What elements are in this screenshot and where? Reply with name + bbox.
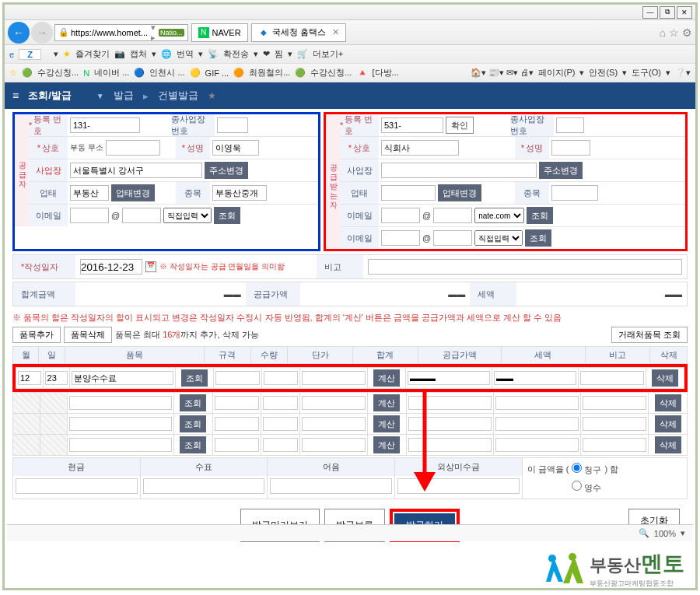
- qty-input[interactable]: [264, 371, 298, 385]
- bookmarks-icon[interactable]: ☆: [9, 68, 17, 78]
- lookup-button[interactable]: 조회: [181, 369, 208, 387]
- buyer-company-input[interactable]: [381, 140, 459, 156]
- supplier-biztype-input[interactable]: [70, 185, 109, 201]
- breadcrumb[interactable]: 건별발급: [158, 89, 198, 103]
- bm-item[interactable]: 네이버 ...: [94, 67, 129, 79]
- menu-safety[interactable]: 안전(S): [589, 67, 618, 79]
- forward-button[interactable]: →: [31, 22, 53, 44]
- tb-item[interactable]: 더보기+: [313, 48, 343, 60]
- buyer-name-input[interactable]: [551, 140, 590, 156]
- buyer-biztype-input[interactable]: [381, 185, 436, 201]
- tb-item[interactable]: 캡처: [130, 48, 147, 60]
- spec-input[interactable]: [215, 371, 260, 385]
- row-delete-button[interactable]: 삭제: [655, 415, 681, 432]
- supplier-regno-input[interactable]: [70, 117, 140, 133]
- minimize-button[interactable]: —: [642, 6, 658, 19]
- bm-item[interactable]: 수강신청...: [310, 67, 352, 79]
- breadcrumb[interactable]: 발급: [114, 89, 134, 103]
- email-local-input[interactable]: [381, 230, 420, 246]
- email-lookup-button[interactable]: 조회: [214, 207, 240, 224]
- item-name-input[interactable]: [69, 396, 172, 410]
- lookup-button[interactable]: 조회: [180, 394, 206, 411]
- row-delete-button[interactable]: 삭제: [652, 369, 678, 387]
- supplier-name-input[interactable]: [212, 140, 259, 156]
- buyer-item-input[interactable]: [551, 185, 598, 201]
- supplier-company-input[interactable]: [106, 140, 160, 156]
- buyer-subno-input[interactable]: [556, 117, 584, 133]
- address-change-button[interactable]: 주소변경: [539, 162, 583, 179]
- supplier-subno-input[interactable]: [217, 117, 248, 133]
- tb-item[interactable]: 즐겨찾기: [75, 48, 110, 60]
- row-delete-button[interactable]: 삭제: [655, 436, 681, 453]
- credit-input[interactable]: [397, 478, 520, 494]
- buyer-address-input[interactable]: [381, 163, 537, 178]
- biztype-change-button[interactable]: 업태변경: [438, 184, 481, 201]
- help-icon[interactable]: ❔▾: [675, 68, 691, 78]
- close-button[interactable]: ✕: [677, 6, 692, 19]
- confirm-button[interactable]: 확인: [446, 117, 474, 134]
- lookup-button[interactable]: 조회: [180, 415, 206, 432]
- chevron-down-icon[interactable]: ▼: [96, 92, 104, 100]
- tb-item[interactable]: 찜: [275, 48, 283, 60]
- email-lookup-button[interactable]: 조회: [527, 207, 553, 224]
- email-domain-input[interactable]: [433, 208, 472, 223]
- note-input[interactable]: [270, 478, 392, 494]
- remark-input[interactable]: [368, 259, 682, 275]
- radio-claim[interactable]: 청구: [572, 463, 601, 476]
- tab-close-icon[interactable]: ✕: [332, 27, 339, 37]
- radio-receipt[interactable]: 영수: [572, 481, 601, 494]
- bm-item[interactable]: GIF ...: [205, 68, 229, 78]
- menu-tools[interactable]: 도구(O): [632, 67, 661, 79]
- email-domain-input[interactable]: [433, 230, 472, 246]
- month-input[interactable]: [18, 371, 41, 385]
- row-delete-button[interactable]: 삭제: [655, 394, 681, 411]
- email-domain-select[interactable]: 직접입력: [163, 208, 212, 223]
- calc-button[interactable]: 계산: [373, 394, 400, 411]
- tb-item[interactable]: 번역: [177, 48, 194, 60]
- biztype-change-button[interactable]: 업태변경: [111, 184, 155, 201]
- supplier-address-input[interactable]: [70, 163, 202, 178]
- email-local-input[interactable]: [70, 208, 109, 223]
- supply-input[interactable]: [408, 371, 490, 385]
- zoom-icon[interactable]: 🔍: [639, 528, 649, 538]
- check-input[interactable]: [143, 478, 265, 494]
- back-button[interactable]: ←: [8, 22, 30, 44]
- star-icon[interactable]: ☆: [669, 26, 679, 39]
- gear-icon[interactable]: ⚙: [682, 26, 692, 39]
- calc-button[interactable]: 계산: [373, 436, 400, 453]
- bm-item[interactable]: 인천시 ...: [149, 67, 184, 79]
- tab-naver[interactable]: N NAVER: [191, 23, 248, 42]
- email-domain-input[interactable]: [122, 208, 161, 223]
- day-input[interactable]: [45, 371, 68, 385]
- bm-item[interactable]: 수강신청...: [37, 67, 79, 79]
- bm-item[interactable]: 최원철의...: [249, 67, 290, 79]
- address-change-button[interactable]: 주소변경: [205, 162, 248, 179]
- favorite-icon[interactable]: ★: [63, 49, 71, 59]
- tax-input[interactable]: [494, 371, 576, 385]
- item-add-button[interactable]: 품목추가: [12, 327, 61, 343]
- cash-input[interactable]: [16, 478, 138, 494]
- buyer-regno-input[interactable]: [381, 117, 443, 133]
- url-box[interactable]: 🔒 https://www.homet... ▾ ▸ Natio...: [54, 24, 188, 41]
- remark-input[interactable]: [580, 371, 643, 385]
- bm-item[interactable]: [다방...: [373, 67, 399, 79]
- zoom-dropdown-icon[interactable]: ▾: [681, 528, 685, 538]
- calc-button[interactable]: 계산: [373, 415, 400, 432]
- tab-hometax[interactable]: ◆ 국세청 홈택스 ✕: [251, 23, 346, 42]
- maximize-button[interactable]: ⧉: [660, 6, 675, 19]
- hamburger-icon[interactable]: ≡: [12, 89, 19, 102]
- vendor-lookup-button[interactable]: 거래처품목 조회: [611, 327, 688, 343]
- supplier-item-input[interactable]: [212, 185, 267, 201]
- calc-button[interactable]: 계산: [373, 369, 400, 387]
- email-domain-select[interactable]: 직접입력: [474, 230, 523, 246]
- item-name-input[interactable]: [72, 371, 173, 385]
- menu-page[interactable]: 페이지(P): [538, 67, 576, 79]
- lookup-button[interactable]: 조회: [180, 436, 206, 453]
- email-domain-select[interactable]: nate.com: [474, 208, 524, 223]
- tb-item[interactable]: 확전송: [223, 48, 249, 60]
- fav-star-icon[interactable]: ★: [208, 90, 216, 101]
- item-delete-button[interactable]: 품목삭제: [64, 327, 112, 343]
- calendar-icon[interactable]: 📅: [145, 261, 156, 272]
- email-local-input[interactable]: [381, 208, 420, 223]
- unitprice-input[interactable]: [302, 371, 365, 385]
